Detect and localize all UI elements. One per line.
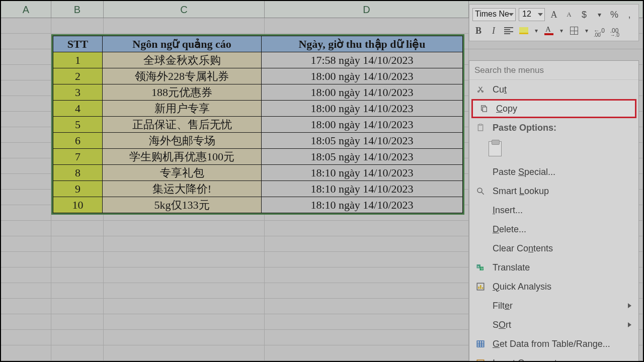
cell-date[interactable]: 18:10 ngày 14/10/2023 <box>262 197 463 213</box>
cell-lang[interactable]: 188元优惠券 <box>103 84 262 101</box>
italic-button[interactable]: I <box>488 25 500 37</box>
table-row[interactable]: 4新用户专享18:00 ngày 14/10/2023 <box>53 101 463 117</box>
header-date[interactable]: Ngày, giờ thu thập dữ liệu <box>262 36 463 52</box>
cell-stt[interactable]: 9 <box>53 181 103 197</box>
table-row[interactable]: 2领海外228专属礼券18:00 ngày 14/10/2023 <box>53 68 463 84</box>
table-row[interactable]: 105kg仅133元18:10 ngày 14/10/2023 <box>53 197 463 213</box>
menu-search[interactable] <box>469 61 638 80</box>
data-table-selection[interactable]: STT Ngôn ngữ quảng cáo Ngày, giờ thu thậ… <box>51 34 464 215</box>
svg-rect-2 <box>478 125 482 131</box>
table-row[interactable]: 6海外包邮专场18:05 ngày 14/10/2023 <box>53 133 463 149</box>
menu-get-data[interactable]: Get Data from Table/Range... <box>469 334 638 353</box>
header-lang[interactable]: Ngôn ngữ quảng cáo <box>103 36 262 52</box>
align-button[interactable] <box>503 25 515 37</box>
clipboard-icon <box>473 122 488 134</box>
menu-smart-lookup[interactable]: Smart Lookup <box>469 182 638 201</box>
col-header-d[interactable]: D <box>265 1 469 18</box>
increase-font-button[interactable]: A <box>548 9 560 21</box>
menu-filter[interactable]: Filter <box>469 296 638 315</box>
table-row[interactable]: 8专享礼包18:10 ngày 14/10/2023 <box>53 165 463 181</box>
cell-lang[interactable]: 领海外228专属礼券 <box>103 68 262 84</box>
cell-date[interactable]: 18:00 ngày 14/10/2023 <box>262 68 463 84</box>
menu-sort[interactable]: SOrt <box>469 315 638 334</box>
currency-format-arrow[interactable]: ▾ <box>593 9 605 21</box>
table-row[interactable]: 9集运大降价!18:10 ngày 14/10/2023 <box>53 181 463 197</box>
font-color-arrow[interactable]: ▾ <box>558 25 565 37</box>
cell-date[interactable]: 18:10 ngày 14/10/2023 <box>262 165 463 181</box>
increase-decimal-button[interactable]: ←.0.00 <box>593 25 605 37</box>
decrease-decimal-button[interactable]: .00→.0 <box>608 25 620 37</box>
svg-point-4 <box>477 188 482 193</box>
menu-delete-label: Delete... <box>493 224 633 235</box>
col-header-b[interactable]: B <box>51 1 104 18</box>
cell-stt[interactable]: 3 <box>53 84 103 101</box>
svg-text:文: 文 <box>480 267 484 270</box>
col-header-a[interactable]: A <box>1 1 51 18</box>
cell-lang[interactable]: 集运大降价! <box>103 181 262 197</box>
table-row[interactable]: 3188元优惠券18:00 ngày 14/10/2023 <box>53 84 463 101</box>
fill-color-arrow[interactable]: ▾ <box>533 25 540 37</box>
menu-paste-special[interactable]: Paste Special... <box>469 162 638 182</box>
menu-cut[interactable]: Cut <box>469 80 638 99</box>
comma-format-button[interactable]: , <box>623 9 635 21</box>
table-row[interactable]: 7学生购机再优惠100元18:05 ngày 14/10/2023 <box>53 149 463 165</box>
cell-date[interactable]: 18:00 ngày 14/10/2023 <box>262 84 463 101</box>
menu-insert-comment[interactable]: Insert Comment <box>469 353 638 362</box>
cell-date[interactable]: 18:00 ngày 14/10/2023 <box>262 117 463 133</box>
cell-stt[interactable]: 5 <box>53 117 103 133</box>
svg-line-5 <box>481 192 484 195</box>
menu-cut-label: Cut <box>493 84 633 95</box>
menu-search-input[interactable] <box>474 65 633 75</box>
header-stt[interactable]: STT <box>53 36 103 52</box>
menu-filter-label: Filter <box>493 301 628 311</box>
fill-color-button[interactable] <box>518 25 530 37</box>
menu-translate[interactable]: a文 Translate <box>469 258 638 277</box>
borders-arrow[interactable]: ▾ <box>583 25 590 37</box>
col-header-c[interactable]: C <box>104 1 265 18</box>
font-color-button[interactable] <box>543 25 555 37</box>
currency-format-button[interactable]: $ <box>578 9 590 21</box>
paste-option-default[interactable] <box>489 141 502 156</box>
menu-copy[interactable]: Copy <box>471 99 636 118</box>
cell-lang[interactable]: 专享礼包 <box>103 165 262 181</box>
borders-button[interactable] <box>568 25 580 37</box>
table-row[interactable]: 5正品保证、售后无忧18:00 ngày 14/10/2023 <box>53 117 463 133</box>
percent-format-button[interactable]: % <box>608 9 620 21</box>
cell-date[interactable]: 18:10 ngày 14/10/2023 <box>262 181 463 197</box>
menu-clear-label: Clear Contents <box>493 243 633 254</box>
table-row[interactable]: 1全球金秋欢乐购17:58 ngày 14/10/2023 <box>53 52 463 68</box>
cell-stt[interactable]: 10 <box>53 197 103 213</box>
table-icon <box>473 338 488 350</box>
cell-lang[interactable]: 学生购机再优惠100元 <box>103 149 262 165</box>
font-size-dropdown[interactable]: 12 <box>519 8 545 21</box>
scissors-icon <box>473 83 488 96</box>
menu-translate-label: Translate <box>493 262 633 273</box>
menu-paste-options: Paste Options: <box>469 118 638 137</box>
cell-lang[interactable]: 正品保证、售后无忧 <box>103 117 262 133</box>
cell-lang[interactable]: 全球金秋欢乐购 <box>103 52 262 68</box>
decrease-font-button[interactable]: A <box>563 9 575 21</box>
cell-date[interactable]: 17:58 ngày 14/10/2023 <box>262 52 463 68</box>
menu-delete[interactable]: Delete... <box>469 220 638 239</box>
cell-lang[interactable]: 海外包邮专场 <box>103 133 262 149</box>
cell-date[interactable]: 18:05 ngày 14/10/2023 <box>262 149 463 165</box>
cell-stt[interactable]: 2 <box>53 68 103 84</box>
menu-clear-contents[interactable]: Clear Contents <box>469 239 638 258</box>
cell-stt[interactable]: 8 <box>53 165 103 181</box>
cell-date[interactable]: 18:00 ngày 14/10/2023 <box>262 101 463 117</box>
cell-stt[interactable]: 6 <box>53 133 103 149</box>
font-name-dropdown[interactable]: Times Ne <box>472 8 516 21</box>
cell-stt[interactable]: 1 <box>53 52 103 68</box>
cell-stt[interactable]: 7 <box>53 149 103 165</box>
cell-stt[interactable]: 4 <box>53 101 103 117</box>
svg-rect-14 <box>477 341 484 347</box>
menu-sort-label: SOrt <box>493 320 628 330</box>
cell-date[interactable]: 18:05 ngày 14/10/2023 <box>262 133 463 149</box>
cell-lang[interactable]: 5kg仅133元 <box>103 197 262 213</box>
cell-lang[interactable]: 新用户专享 <box>103 101 262 117</box>
bold-button[interactable]: B <box>472 25 485 37</box>
menu-insert[interactable]: Insert... <box>469 201 638 220</box>
chevron-right-icon <box>628 303 631 308</box>
menu-quick-analysis[interactable]: Quick Analysis <box>469 277 638 296</box>
translate-icon: a文 <box>473 261 488 274</box>
